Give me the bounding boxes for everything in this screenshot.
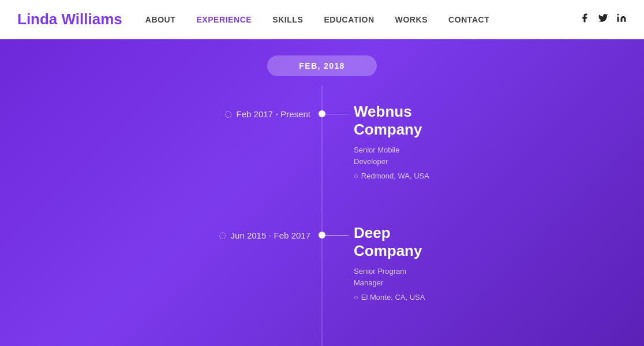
location-icon-2: ○ <box>354 293 358 302</box>
clock-icon-1: ◌ <box>224 109 232 119</box>
location-icon-1: ○ <box>354 172 358 180</box>
timeline-date-2: ◌ Jun 2015 - Feb 2017 <box>219 230 310 240</box>
date-range-1: Feb 2017 - Present <box>237 109 310 119</box>
nav-skills[interactable]: SKILLS <box>272 15 303 24</box>
nav-contact[interactable]: CONTACT <box>448 15 489 24</box>
nav-about[interactable]: ABOUT <box>145 15 176 24</box>
svg-point-0 <box>617 14 619 16</box>
nav-links: ABOUT EXPERIENCE SKILLS EDUCATION WORKS … <box>145 15 579 24</box>
main-section: FEB, 2018 ◌ Feb 2017 - Present Webnus Co… <box>0 39 644 346</box>
linkedin-icon[interactable] <box>616 13 627 26</box>
job-location-1: ○ Redmond, WA, USA <box>354 172 429 180</box>
clock-icon-2: ◌ <box>219 230 226 240</box>
job-location-2: ○ El Monte, CA, USA <box>354 293 425 302</box>
date-badge: FEB, 2018 <box>267 55 377 76</box>
timeline-connector-2 <box>325 235 349 236</box>
nav-education[interactable]: EDUCATION <box>324 15 374 24</box>
timeline-right-1: Webnus Company Senior Mobile Developer ○… <box>354 103 429 180</box>
company-name-2: Deep Company <box>354 224 425 260</box>
timeline-right-2: Deep Company Senior Program Manager ○ El… <box>354 224 425 302</box>
twitter-icon[interactable] <box>598 13 608 26</box>
social-links <box>579 13 627 26</box>
timeline-line <box>322 85 323 346</box>
nav-experience[interactable]: EXPERIENCE <box>196 15 252 24</box>
date-range-2: Jun 2015 - Feb 2017 <box>231 230 310 240</box>
navbar: Linda Williams ABOUT EXPERIENCE SKILLS E… <box>0 0 644 39</box>
timeline-date-1: ◌ Feb 2017 - Present <box>224 109 310 119</box>
job-title-1: Senior Mobile Developer <box>354 144 429 167</box>
timeline-dot-1 <box>319 110 325 117</box>
timeline-connector-1 <box>325 114 349 114</box>
company-name-1: Webnus Company <box>354 103 429 139</box>
job-title-2: Senior Program Manager <box>354 266 425 288</box>
site-logo[interactable]: Linda Williams <box>17 10 122 28</box>
facebook-icon[interactable] <box>579 13 590 26</box>
timeline-dot-2 <box>319 232 325 239</box>
nav-works[interactable]: WORKS <box>395 15 428 24</box>
